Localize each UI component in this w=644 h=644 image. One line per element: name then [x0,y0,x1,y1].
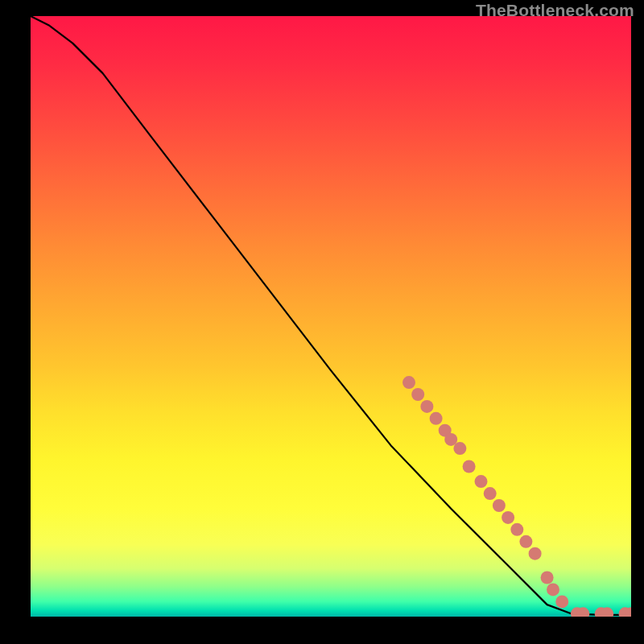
chart-stage: TheBottleneck.com [0,0,644,644]
data-marker [475,475,488,488]
data-marker [547,583,559,596]
data-marker [484,487,497,500]
curve-line [31,16,631,615]
data-marker [519,535,532,548]
data-marker [453,442,466,455]
data-marker [420,400,433,413]
data-marker [402,376,415,389]
data-marker [411,388,424,401]
data-marker [555,595,568,608]
data-marker [529,547,542,560]
data-markers [402,376,631,617]
data-marker [541,572,554,584]
chart-svg [31,16,631,617]
data-marker [510,523,523,536]
data-marker [430,412,443,425]
data-marker [463,460,476,473]
data-marker [493,499,506,512]
plot-area [31,16,631,617]
curve-path [31,16,631,615]
data-marker [502,511,514,524]
